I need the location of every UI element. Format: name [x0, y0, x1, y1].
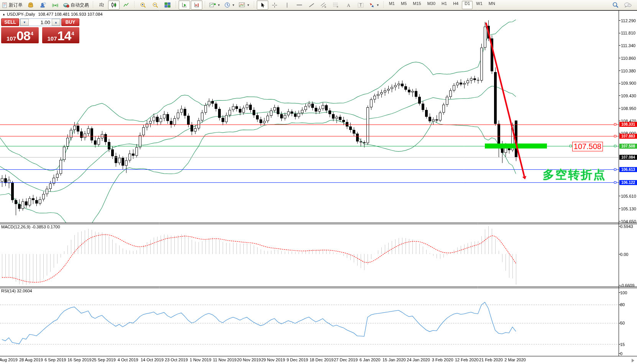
toolbar-grip[interactable]: [133, 2, 136, 8]
candlestick-chart-icon: [111, 2, 117, 8]
trendline-button[interactable]: [306, 0, 317, 10]
price-level-callout[interactable]: 107.508: [572, 142, 603, 151]
buy-price-display[interactable]: 107 14 4: [42, 27, 79, 43]
toolbar-group-indicators: ▼ ▼ ▼: [207, 0, 252, 10]
timeframe-button-mn[interactable]: MN: [486, 1, 498, 9]
arrows-button[interactable]: ▼: [367, 0, 381, 10]
timeframe-button-m30[interactable]: M30: [425, 1, 438, 9]
chevron-up-icon: ▲: [54, 21, 57, 24]
wallet-icon: [28, 2, 34, 8]
sell-price-pip: 4: [31, 31, 33, 36]
chart-ohlc-values: 108.477 108.481 106.933 107.084: [38, 12, 102, 16]
chat-bubbles-icon: [624, 2, 632, 8]
chevron-down-icon: ▼: [232, 3, 235, 7]
timeframe-button-d1[interactable]: D1: [462, 1, 473, 9]
svg-text:E: E: [325, 6, 326, 8]
scroll-right-arrow[interactable]: [632, 359, 634, 362]
equidistant-channel-button[interactable]: E: [318, 0, 330, 10]
channel-icon: E: [320, 2, 327, 8]
vertical-line-button[interactable]: [281, 0, 293, 10]
auto-trading-label: 自动交易: [71, 2, 89, 8]
crosshair-button[interactable]: [269, 0, 281, 10]
timeframe-button-h4[interactable]: H4: [450, 1, 461, 9]
timeframe-button-m5[interactable]: M5: [398, 1, 409, 9]
chart-title: ▲USDJPY-,Daily108.477 108.481 106.933 10…: [2, 12, 103, 16]
timeframe-toolbar: M1M5M15M30H1H4D1W1MN: [386, 0, 498, 10]
lot-increase-button[interactable]: ▲: [52, 19, 60, 26]
timeframe-button-m1[interactable]: M1: [386, 1, 397, 9]
templates-button[interactable]: ▼: [237, 0, 251, 10]
arrow-objects-icon: [369, 2, 375, 8]
toolbar-group-drawing: E F A T ▼: [256, 0, 381, 10]
toolbar-grip[interactable]: [204, 2, 207, 8]
new-order-icon: [2, 2, 8, 8]
zoom-in-button[interactable]: [137, 0, 149, 10]
price-chart-canvas[interactable]: [0, 0, 637, 364]
auto-trading-button[interactable]: 自动交易: [62, 0, 90, 10]
text-label-icon: T: [358, 2, 364, 8]
main-toolbar: 新订单 自动交易: [0, 0, 637, 10]
toolbar-grip[interactable]: [92, 2, 95, 8]
rsi-indicator-label: RSI(14) 32.0604: [1, 289, 32, 293]
market-watch-button[interactable]: [25, 0, 36, 10]
timeframe-button-m15[interactable]: M15: [410, 1, 424, 9]
tile-windows-button[interactable]: [162, 0, 173, 10]
candlestick-chart-button[interactable]: [108, 0, 120, 10]
zoom-in-icon: [140, 2, 146, 8]
fibonacci-button[interactable]: F: [330, 0, 342, 10]
toolbar-grip[interactable]: [175, 2, 177, 8]
vertical-line-icon: [285, 2, 289, 8]
toolbar-grip[interactable]: [383, 2, 385, 8]
news-signal-button[interactable]: [49, 0, 61, 10]
one-click-trading-panel: SELL ▼ ▲ BUY 107 08 4 107 14 4: [1, 18, 79, 43]
toolbar-group-trade: 新订单 自动交易: [0, 0, 91, 10]
bar-chart-button[interactable]: [96, 0, 107, 10]
chat-button[interactable]: [622, 0, 634, 10]
chevron-down-icon: ▼: [376, 3, 379, 7]
trendline-icon: [309, 2, 315, 8]
svg-text:A: A: [347, 3, 350, 8]
new-order-button[interactable]: 新订单: [0, 0, 24, 10]
mt4-terminal-window: 新订单 自动交易: [0, 0, 637, 364]
lot-decrease-button[interactable]: ▼: [20, 19, 29, 26]
search-button[interactable]: [610, 0, 621, 10]
turning-point-annotation[interactable]: 多空转折点: [543, 167, 606, 183]
svg-text:T: T: [360, 3, 362, 7]
buy-button[interactable]: BUY: [61, 18, 79, 26]
auto-trading-icon: [63, 2, 69, 8]
sell-price-display[interactable]: 107 08 4: [1, 27, 39, 43]
fibonacci-icon: F: [333, 2, 339, 8]
chevron-down-icon: ▼: [23, 21, 26, 24]
collapse-panel-icon[interactable]: ▲: [2, 13, 5, 16]
sell-button[interactable]: SELL: [1, 18, 19, 26]
periods-button[interactable]: ▼: [223, 0, 236, 10]
text-button[interactable]: A: [343, 0, 354, 10]
toolbar-grip[interactable]: [253, 2, 256, 8]
chart-shift-icon: [194, 2, 200, 8]
buy-price-big: 14: [57, 29, 71, 42]
line-chart-button[interactable]: [120, 0, 132, 10]
timeframe-button-h1[interactable]: H1: [439, 1, 450, 9]
zoom-out-button[interactable]: [149, 0, 161, 10]
macd-indicator-label: MACD(12,26,9) -0.3853 0.1700: [1, 225, 60, 229]
horizontal-line-button[interactable]: [294, 0, 305, 10]
bar-chart-icon: [99, 2, 105, 8]
person-cloud-icon: [40, 2, 46, 8]
cursor-icon: [260, 2, 265, 8]
cursor-button[interactable]: [257, 0, 268, 10]
lot-size-input[interactable]: [29, 19, 52, 26]
auto-scroll-icon: [181, 2, 187, 8]
sell-price-big: 08: [16, 29, 30, 42]
clock-icon: [224, 2, 230, 8]
template-icon: [239, 2, 245, 8]
timeframe-button-w1[interactable]: W1: [473, 1, 485, 9]
indicators-button[interactable]: ▼: [208, 0, 222, 10]
text-a-icon: A: [346, 2, 351, 8]
chart-shift-button[interactable]: [191, 0, 202, 10]
auto-scroll-button[interactable]: [179, 0, 190, 10]
line-chart-icon: [123, 2, 129, 8]
text-label-button[interactable]: T: [355, 0, 366, 10]
new-order-label: 新订单: [9, 2, 23, 8]
community-button[interactable]: [37, 0, 49, 10]
tile-windows-icon: [164, 2, 171, 8]
